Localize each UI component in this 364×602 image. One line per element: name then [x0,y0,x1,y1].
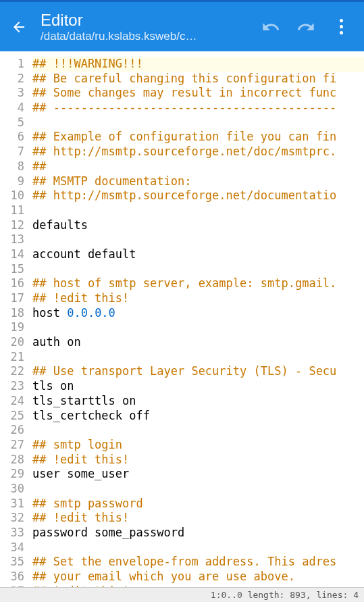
code-line[interactable]: ## Some changes may result in incorrect … [32,86,364,101]
code-line[interactable]: user some_user [32,467,364,482]
redo-icon [296,18,315,36]
line-number: 29 [0,467,24,482]
code-line[interactable]: ## -------------------------------------… [32,101,364,116]
line-number: 9 [0,174,24,189]
code-line[interactable]: auth on [32,335,364,350]
line-number: 28 [0,453,24,468]
file-path: /data/data/ru.kslabs.ksweb/c… [41,30,259,43]
code-line[interactable]: ## your email which you are use above. [32,570,364,584]
code-line[interactable] [32,320,364,335]
code-line[interactable]: ## Use transport Layer Security (TLS) - … [32,364,364,379]
line-number: 33 [0,526,24,541]
code-area[interactable]: ## !!!WARNING!!!## Be careful changing t… [28,51,364,587]
code-line[interactable]: ## Be careful changing this configuratio… [32,72,364,86]
line-number: 17 [0,291,24,306]
code-line[interactable]: ## smtp login [32,438,364,453]
code-line[interactable]: ## !edit this! [32,453,364,468]
code-line[interactable]: ## Example of configuration file you can… [32,130,364,145]
line-number: 5 [0,116,24,130]
code-line[interactable]: ## Set the envelope-from address. This a… [32,555,364,570]
back-button[interactable] [5,14,32,41]
line-number: 31 [0,497,24,511]
header-actions [259,15,359,39]
line-number: 22 [0,364,24,379]
line-number: 21 [0,350,24,365]
line-number: 32 [0,511,24,526]
line-number: 13 [0,232,24,247]
code-line[interactable]: host 0.0.0.0 [32,306,364,321]
code-line[interactable]: password some_password [32,526,364,541]
code-line[interactable] [32,482,364,497]
line-number: 2 [0,72,24,86]
overflow-menu-button[interactable] [329,15,353,39]
line-number: 16 [0,276,24,291]
code-line[interactable] [32,232,364,247]
code-line[interactable]: tls_starttls on [32,394,364,409]
line-number: 10 [0,189,24,203]
code-editor[interactable]: 1234567891011121314151617181920212223242… [0,51,364,587]
line-number: 25 [0,409,24,424]
line-number: 6 [0,130,24,145]
status-bar: 1:0..0 length: 893, lines: 4 [0,587,364,602]
line-number: 11 [0,203,24,218]
line-number: 8 [0,159,24,174]
code-line[interactable]: ## http://msmtp.sourceforge.net/document… [32,189,364,203]
line-number: 27 [0,438,24,453]
redo-button[interactable] [294,15,318,39]
code-line[interactable]: ## [32,159,364,174]
code-line[interactable]: tls on [32,379,364,394]
line-number: 19 [0,320,24,335]
code-line[interactable] [32,203,364,218]
line-number: 18 [0,306,24,321]
line-number: 30 [0,482,24,497]
app-title: Editor [41,11,259,30]
line-number: 34 [0,541,24,555]
code-line[interactable]: account default [32,247,364,262]
code-line[interactable]: ## !edit this! [32,291,364,306]
code-line[interactable] [32,423,364,438]
line-number: 20 [0,335,24,350]
app-header: Editor /data/data/ru.kslabs.ksweb/c… [0,0,364,51]
code-line[interactable] [32,350,364,365]
line-number: 7 [0,145,24,159]
arrow-back-icon [11,19,27,35]
code-line[interactable]: tls_certcheck off [32,409,364,424]
code-line[interactable]: ## http://msmtp.sourceforge.net/doc/msmt… [32,145,364,159]
line-number: 15 [0,262,24,277]
line-number: 14 [0,247,24,262]
line-number: 12 [0,218,24,233]
code-line[interactable]: ## smtp password [32,497,364,511]
line-number: 23 [0,379,24,394]
line-number: 35 [0,555,24,570]
line-number: 3 [0,86,24,101]
code-line[interactable] [32,541,364,555]
code-line[interactable]: ## host of smtp server, example: smtp.gm… [32,276,364,291]
line-number: 4 [0,101,24,116]
code-line[interactable]: ## !edit this! [32,511,364,526]
code-line[interactable] [32,116,364,130]
code-line[interactable]: defaults [32,218,364,233]
status-text: 1:0..0 length: 893, lines: 4 [211,590,359,600]
line-number: 36 [0,570,24,584]
code-line[interactable]: ## !!!WARNING!!! [32,57,364,72]
line-number-gutter: 1234567891011121314151617181920212223242… [0,51,28,587]
code-line[interactable] [32,262,364,277]
menu-dots-icon [340,19,343,22]
undo-icon [261,18,280,36]
code-line[interactable]: ## MSMTP documentation: [32,174,364,189]
undo-button[interactable] [259,15,283,39]
line-number: 26 [0,423,24,438]
line-number: 1 [0,57,24,72]
title-block: Editor /data/data/ru.kslabs.ksweb/c… [41,11,259,43]
line-number: 24 [0,394,24,409]
